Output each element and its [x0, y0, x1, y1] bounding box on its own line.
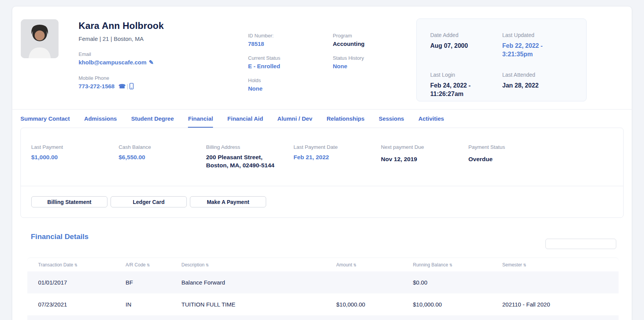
- cell-amount: $10,000.00: [336, 301, 413, 308]
- sort-icon: ⇅: [449, 263, 452, 267]
- last-updated-value[interactable]: Feb 22, 2022 - 3:21:35pm: [502, 42, 568, 59]
- mobile-device-icon[interactable]: [129, 83, 134, 89]
- table-header-row: Transaction Date⇅ A/R Code⇅ Description⇅…: [27, 258, 619, 271]
- edit-pencil-icon[interactable]: ✎: [149, 59, 154, 66]
- column-header-running-balance[interactable]: Running Balance⇅: [413, 262, 502, 268]
- profile-header: Kara Ann Holbrook Female | 21 | Boston, …: [12, 7, 632, 109]
- call-phone-icon[interactable]: ☎: [119, 83, 126, 89]
- financial-actions: Billing Statement Ledger Card Make A Pay…: [21, 186, 623, 217]
- last-attended-value: Jan 28, 2022: [502, 81, 568, 90]
- cell-ar-code: IN: [126, 301, 181, 308]
- tab-financial[interactable]: Financial: [188, 109, 213, 128]
- sort-icon: ⇅: [206, 263, 209, 267]
- tab-relationships[interactable]: Relationships: [327, 109, 364, 128]
- tab-alumni-dev[interactable]: Alumni / Dev: [277, 109, 312, 128]
- cell-ar-code: BF: [126, 279, 181, 286]
- cell-description: TUITION FULL TIME: [181, 301, 336, 308]
- tab-sessions[interactable]: Sessions: [379, 109, 404, 128]
- tab-financial-aid[interactable]: Financial Aid: [227, 109, 263, 128]
- student-subtitle: Female | 21 | Boston, MA: [79, 35, 233, 42]
- student-photo: [21, 19, 59, 58]
- icon-separator: |: [127, 83, 128, 89]
- student-photo-placeholder: [21, 19, 59, 58]
- cell-running-balance: $0.00: [413, 279, 502, 286]
- table-row[interactable]: [27, 315, 619, 320]
- column-header-ar-code[interactable]: A/R Code⇅: [126, 262, 181, 268]
- date-added-value: Aug 07, 2000: [430, 42, 496, 50]
- make-a-payment-button[interactable]: Make A Payment: [190, 196, 266, 207]
- cell-description: Balance Forward: [181, 279, 336, 286]
- table-row[interactable]: 01/01/2017 BF Balance Forward $0.00: [27, 271, 619, 293]
- next-payment-due-label: Next payment Due: [381, 144, 468, 150]
- program-value: Accounting: [333, 40, 365, 47]
- last-payment-value[interactable]: $1,000.00: [31, 153, 119, 161]
- mobile-phone-link[interactable]: 773-272-1568: [79, 83, 114, 89]
- sort-icon: ⇅: [523, 263, 526, 267]
- financial-summary-grid: Last Payment $1,000.00 Cash Balance $6,5…: [21, 128, 623, 186]
- table-search-input[interactable]: [545, 239, 616, 249]
- billing-address-label: Billing Address: [206, 144, 293, 150]
- cell-semester: 202110 - Fall 2020: [502, 301, 619, 308]
- last-login-value: Feb 24, 2022 - 11:26:27am: [430, 81, 496, 98]
- cash-balance-label: Cash Balance: [119, 144, 206, 150]
- financial-details-header: Financial Details: [20, 232, 624, 250]
- date-added-label: Date Added: [430, 32, 502, 38]
- holds-label: Holds: [248, 77, 280, 83]
- tab-summary-contact[interactable]: Summary Contact: [20, 109, 70, 128]
- column-header-semester[interactable]: Semester⇅: [502, 262, 619, 268]
- last-payment-label: Last Payment: [31, 144, 119, 150]
- ledger-card-button[interactable]: Ledger Card: [111, 196, 187, 207]
- status-history-label: Status History: [333, 55, 365, 61]
- column-header-transaction-date[interactable]: Transaction Date⇅: [38, 262, 126, 268]
- last-payment-date-label: Last Payment Date: [293, 144, 381, 150]
- id-number-label: ID Number:: [248, 33, 280, 39]
- financial-tab-content: Last Payment $1,000.00 Cash Balance $6,5…: [12, 128, 632, 320]
- last-payment-date-value[interactable]: Feb 21, 2022: [293, 153, 381, 161]
- identity-block: Kara Ann Holbrook Female | 21 | Boston, …: [79, 20, 233, 90]
- tab-activities[interactable]: Activities: [418, 109, 444, 128]
- billing-statement-button[interactable]: Billing Statement: [31, 196, 107, 207]
- record-meta-box: Date Added Aug 07, 2000 Last Updated Feb…: [416, 19, 587, 101]
- sort-icon: ⇅: [74, 263, 77, 267]
- id-number-value[interactable]: 78518: [248, 40, 280, 47]
- column-header-description[interactable]: Description⇅: [181, 262, 336, 268]
- last-login-label: Last Login: [430, 72, 502, 78]
- next-payment-due-value: Nov 12, 2019: [381, 155, 468, 163]
- email-link[interactable]: kholb@campuscafe.com: [79, 59, 146, 66]
- status-column: ID Number: 78518 Current Status E - Enro…: [248, 33, 280, 100]
- billing-address-value: 200 Pleasant Street, Boston, MA, 02490-5…: [206, 153, 293, 169]
- mobile-phone-label: Mobile Phone: [79, 75, 233, 81]
- financial-details-table: Transaction Date⇅ A/R Code⇅ Description⇅…: [27, 258, 619, 320]
- last-updated-label: Last Updated: [502, 32, 579, 38]
- cash-balance-value[interactable]: $6,550.00: [119, 153, 206, 161]
- status-history-value[interactable]: None: [333, 63, 365, 69]
- sort-icon: ⇅: [353, 263, 356, 267]
- tab-admissions[interactable]: Admissions: [84, 109, 117, 128]
- profile-tabs: Summary Contact Admissions Student Degre…: [12, 109, 632, 128]
- student-profile-card: Kara Ann Holbrook Female | 21 | Boston, …: [12, 6, 632, 320]
- financial-summary-panel: Last Payment $1,000.00 Cash Balance $6,5…: [20, 128, 624, 218]
- email-label: Email: [79, 51, 233, 57]
- cell-transaction-date: 01/01/2017: [38, 279, 126, 286]
- payment-status-label: Payment Status: [468, 144, 556, 150]
- current-status-label: Current Status: [248, 55, 280, 61]
- payment-status-value: Overdue: [468, 155, 556, 163]
- student-name: Kara Ann Holbrook: [79, 20, 233, 31]
- sort-icon: ⇅: [147, 263, 150, 267]
- last-attended-label: Last Attended: [502, 72, 579, 78]
- current-status-value[interactable]: E - Enrolled: [248, 63, 280, 69]
- program-column: Program Accounting Status History None: [333, 33, 365, 77]
- column-header-amount[interactable]: Amount⇅: [336, 262, 413, 268]
- table-row[interactable]: 07/23/2021 IN TUITION FULL TIME $10,000.…: [27, 293, 619, 315]
- tab-student-degree[interactable]: Student Degree: [131, 109, 174, 128]
- program-label: Program: [333, 33, 365, 39]
- holds-value[interactable]: None: [248, 85, 280, 92]
- financial-details-title: Financial Details: [31, 232, 89, 241]
- cell-transaction-date: 07/23/2021: [38, 301, 126, 308]
- cell-running-balance: $10,000.00: [413, 301, 502, 308]
